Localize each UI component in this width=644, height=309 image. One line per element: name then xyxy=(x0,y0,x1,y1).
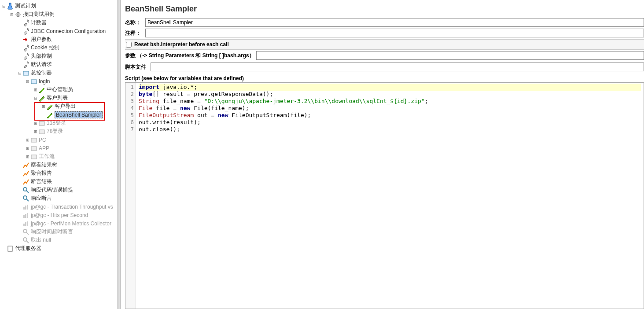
tree-item-viewresults[interactable]: 察看结果树 xyxy=(0,161,118,169)
chart-icon xyxy=(22,162,29,169)
magnifier-icon xyxy=(22,195,29,202)
wrench-icon xyxy=(22,19,29,26)
svg-point-21 xyxy=(23,238,27,241)
magnifier-icon xyxy=(22,228,29,235)
svg-point-10 xyxy=(23,196,27,199)
tree-item-workflow[interactable]: ⊞工作流 xyxy=(0,152,118,161)
toggle-icon[interactable]: ⊞ xyxy=(33,121,37,125)
sampler-icon xyxy=(38,128,45,135)
tree-item-takeout[interactable]: 取出 null xyxy=(0,236,118,244)
gear-icon xyxy=(15,11,22,18)
svg-rect-13 xyxy=(27,205,28,210)
page-title: BeanShell Sampler xyxy=(125,4,644,14)
scriptfile-input[interactable] xyxy=(151,63,644,71)
tree-item-userparams[interactable]: 用户参数 xyxy=(0,35,118,44)
scriptfile-row: 脚本文件 xyxy=(125,61,644,73)
scriptfile-label: 脚本文件 xyxy=(125,63,146,71)
reset-row: Reset bsh.Interpreter before each call xyxy=(125,39,644,50)
tree-item-defaultreq[interactable]: 默认请求 xyxy=(0,60,118,69)
tree-item-customerexport[interactable]: ⊞客户导出 xyxy=(0,102,118,110)
svg-rect-19 xyxy=(27,221,28,226)
tree-item-customerlist[interactable]: ⊟客户列表 xyxy=(0,94,118,102)
toggle-icon[interactable]: ⊟ xyxy=(2,4,6,8)
folder-icon xyxy=(30,145,37,152)
tree-item-testcases[interactable]: ⊟ 接口测试用例 xyxy=(0,10,118,18)
toggle-icon[interactable]: ⊞ xyxy=(26,146,29,150)
script-editor[interactable]: 1234567 import java.io.*;byte[] result =… xyxy=(125,82,644,309)
line-gutter: 1234567 xyxy=(125,83,136,309)
svg-rect-5 xyxy=(39,130,44,134)
svg-point-20 xyxy=(23,229,27,233)
tree-item-perfmon[interactable]: jp@gc - PerfMon Metrics Collector xyxy=(0,219,118,228)
reset-checkbox[interactable] xyxy=(126,42,132,48)
tree-item-login78[interactable]: ⊞78登录 xyxy=(0,127,118,136)
toggle-icon[interactable]: ⊞ xyxy=(26,154,29,158)
tree-item-hits[interactable]: jp@gc - Hits per Second xyxy=(0,211,118,219)
tree-item-header[interactable]: 头部控制 xyxy=(0,52,118,60)
chart-icon xyxy=(22,203,29,210)
tree-item-throughput[interactable]: jp@gc - Transaction Throughput vs xyxy=(0,202,118,211)
svg-rect-2 xyxy=(23,71,29,75)
tree-item-mainctrl[interactable]: ⊟总控制器 xyxy=(0,69,118,77)
chart-icon xyxy=(22,220,29,227)
svg-rect-17 xyxy=(23,224,25,226)
tree-item-aggregate[interactable]: 聚合报告 xyxy=(0,169,118,177)
svg-rect-18 xyxy=(25,222,26,226)
tree-item-beanshell[interactable]: BeanShell Sampler xyxy=(0,110,118,119)
name-label: 名称： xyxy=(125,19,145,26)
tree-item-counter[interactable]: 计数器 xyxy=(0,18,118,27)
params-input[interactable] xyxy=(256,51,644,60)
svg-rect-12 xyxy=(25,206,26,210)
params-label: 参数 （-> String Parameters 和 String [ ]bas… xyxy=(125,52,254,59)
folder-icon xyxy=(22,70,29,77)
name-input[interactable] xyxy=(145,18,644,27)
chart-icon xyxy=(22,170,29,177)
folder-icon xyxy=(30,153,37,160)
svg-rect-22 xyxy=(8,246,12,251)
comment-label: 注释： xyxy=(125,29,145,37)
wrench-icon xyxy=(22,28,29,35)
svg-point-9 xyxy=(23,188,27,191)
sampler-icon xyxy=(38,86,45,93)
comment-row: 注释： xyxy=(125,29,644,37)
toggle-icon[interactable]: ⊞ xyxy=(33,129,37,133)
tree-item-pc[interactable]: ⊞PC xyxy=(0,136,118,144)
tree-item-app[interactable]: ⊞APP xyxy=(0,144,118,152)
tree-item-login[interactable]: ⊟login xyxy=(0,77,118,85)
toggle-icon[interactable]: ⊟ xyxy=(26,79,29,83)
svg-rect-16 xyxy=(27,213,28,218)
arrow-right-icon xyxy=(22,36,29,43)
tree-item-centraladmin[interactable]: ⊞中心管理员 xyxy=(0,85,118,94)
toggle-icon[interactable]: ⊞ xyxy=(26,138,29,142)
comment-input[interactable] xyxy=(145,29,644,37)
tree-item-proxy[interactable]: 代理服务器 xyxy=(0,244,118,253)
tree-item-cookie[interactable]: Cookie 控制 xyxy=(0,44,118,52)
tree-item-responsecode[interactable]: 响应代码错误捕捉 xyxy=(0,186,118,194)
toggle-icon[interactable]: ⊟ xyxy=(10,12,14,16)
script-heading: Script (see below for variables that are… xyxy=(125,73,644,82)
svg-rect-11 xyxy=(23,207,25,210)
svg-rect-8 xyxy=(31,155,37,159)
name-row: 名称： xyxy=(125,18,644,27)
sampler-icon xyxy=(46,111,53,118)
svg-rect-15 xyxy=(25,214,26,218)
params-row: 参数 （-> String Parameters 和 String [ ]bas… xyxy=(125,50,644,61)
svg-rect-7 xyxy=(31,147,37,151)
toggle-icon[interactable]: ⊟ xyxy=(33,96,37,100)
tree-item-responseassert[interactable]: 响应断言 xyxy=(0,194,118,202)
tree-item-login118[interactable]: ⊞118登录 xyxy=(0,119,118,127)
toggle-icon[interactable]: ⊟ xyxy=(18,71,22,75)
sampler-icon xyxy=(38,95,45,102)
wrench-icon xyxy=(22,53,29,60)
tree-item-jdbc[interactable]: JDBC Connection Configuration xyxy=(0,27,118,35)
toggle-icon[interactable]: ⊞ xyxy=(41,104,45,108)
tree-item-timeout[interactable]: 响应时间超时断言 xyxy=(0,228,118,236)
svg-rect-3 xyxy=(31,80,37,84)
svg-rect-4 xyxy=(39,121,44,125)
sampler-icon xyxy=(38,120,45,127)
code-area[interactable]: import java.io.*;byte[] result = prev.ge… xyxy=(136,83,644,309)
tree-item-testplan[interactable]: ⊟ 测试计划 xyxy=(0,2,118,10)
tree-panel[interactable]: ⊟ 测试计划 ⊟ 接口测试用例 计数器 JDBC Connection Conf… xyxy=(0,0,118,309)
toggle-icon[interactable]: ⊞ xyxy=(33,88,37,92)
tree-item-assertionresults[interactable]: 断言结果 xyxy=(0,177,118,186)
